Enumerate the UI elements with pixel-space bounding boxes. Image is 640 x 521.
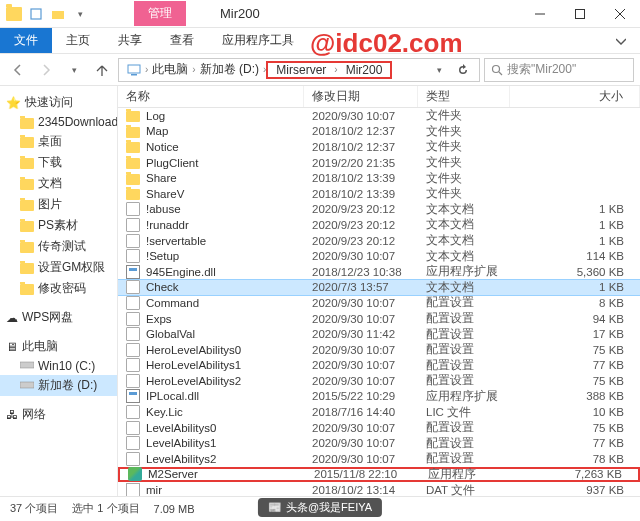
file-row[interactable]: !servertable2020/9/23 20:12文本文档1 KB [118, 233, 640, 249]
file-row[interactable]: HeroLevelAbilitys02020/9/30 10:07配置设置75 … [118, 342, 640, 358]
file-name: LevelAbilitys2 [146, 453, 216, 465]
nav-this-pc[interactable]: 🖥 此电脑 [0, 336, 117, 357]
file-size: 388 KB [510, 390, 640, 402]
nav-item-label: 文档 [38, 175, 62, 192]
file-type: 文本文档 [418, 233, 510, 248]
file-type: 配置设置 [418, 420, 510, 435]
file-type: DAT 文件 [418, 483, 510, 496]
file-row[interactable]: ShareV2018/10/2 13:39文件夹 [118, 186, 640, 202]
file-row[interactable]: IPLocal.dll2015/5/22 10:29应用程序扩展388 KB [118, 389, 640, 405]
file-type: 应用程序扩展 [418, 264, 510, 279]
refresh-icon[interactable] [451, 58, 475, 82]
file-row[interactable]: M2Server2015/11/8 22:10应用程序7,263 KB [118, 467, 640, 483]
file-size: 114 KB [510, 250, 640, 262]
file-row[interactable]: !Setup2020/9/30 10:07文本文档114 KB [118, 248, 640, 264]
file-name: Notice [146, 141, 179, 153]
chevron-right-icon[interactable]: › [334, 64, 337, 75]
crumb-drive[interactable]: 新加卷 (D:) [196, 61, 263, 78]
recent-dropdown[interactable]: ▾ [62, 58, 86, 82]
nav-network[interactable]: 🖧 网络 [0, 404, 117, 425]
nav-quick-item[interactable]: 传奇测试 [0, 236, 117, 257]
nav-quick-item[interactable]: 下载 [0, 152, 117, 173]
nav-drive-item[interactable]: 新加卷 (D:) [0, 375, 117, 396]
qat-new-folder-icon[interactable] [48, 4, 68, 24]
tab-file[interactable]: 文件 [0, 28, 52, 53]
nav-drive-item[interactable]: Win10 (C:) [0, 357, 117, 375]
qat-properties-icon[interactable] [26, 4, 46, 24]
file-row[interactable]: Command2020/9/30 10:07配置设置8 KB [118, 295, 640, 311]
search-placeholder: 搜索"Mir200" [507, 61, 576, 78]
nav-wps[interactable]: ☁ WPS网盘 [0, 307, 117, 328]
nav-quick-item[interactable]: 文档 [0, 173, 117, 194]
folder-icon [126, 142, 140, 153]
dat-icon [126, 483, 140, 496]
file-row[interactable]: HeroLevelAbilitys12020/9/30 10:07配置设置77 … [118, 358, 640, 374]
folder-icon [126, 127, 140, 138]
file-name: Check [146, 281, 179, 293]
maximize-button[interactable] [560, 0, 600, 28]
tab-app-tools[interactable]: 应用程序工具 [208, 28, 308, 53]
nav-quick-item[interactable]: 设置GM权限 [0, 257, 117, 278]
file-row[interactable]: !runaddr2020/9/23 20:12文本文档1 KB [118, 217, 640, 233]
search-input[interactable]: 搜索"Mir200" [484, 58, 634, 82]
back-button[interactable] [6, 58, 30, 82]
minimize-button[interactable] [520, 0, 560, 28]
close-button[interactable] [600, 0, 640, 28]
folder-icon [126, 174, 140, 185]
tab-manage[interactable]: 管理 [134, 1, 186, 26]
file-row[interactable]: LevelAbilitys22020/9/30 10:07配置设置78 KB [118, 451, 640, 467]
file-name: GlobalVal [146, 328, 195, 340]
file-icon [126, 312, 140, 326]
dll-icon [126, 389, 140, 403]
pc-icon: 🖥 [6, 340, 18, 354]
file-row[interactable]: Share2018/10/2 13:39文件夹 [118, 170, 640, 186]
file-size: 8 KB [510, 297, 640, 309]
crumb-pc-icon[interactable] [123, 64, 145, 76]
file-date: 2018/10/2 13:14 [304, 484, 418, 496]
file-row[interactable]: mir2018/10/2 13:14DAT 文件937 KB [118, 482, 640, 496]
file-row[interactable]: !abuse2020/9/23 20:12文本文档1 KB [118, 202, 640, 218]
nav-quick-item[interactable]: PS素材 [0, 215, 117, 236]
network-icon: 🖧 [6, 408, 18, 422]
file-name: !servertable [146, 235, 206, 247]
file-row[interactable]: HeroLevelAbilitys22020/9/30 10:07配置设置75 … [118, 373, 640, 389]
col-size[interactable]: 大小 [510, 86, 640, 107]
tab-view[interactable]: 查看 [156, 28, 208, 53]
qat-dropdown-icon[interactable]: ▾ [70, 4, 90, 24]
file-row[interactable]: 945Engine.dll2018/12/23 10:38应用程序扩展5,360… [118, 264, 640, 280]
nav-quick-item[interactable]: 桌面 [0, 131, 117, 152]
drive-icon [20, 359, 34, 373]
breadcrumb-dropdown-icon[interactable]: ▾ [427, 58, 451, 82]
tab-share[interactable]: 共享 [104, 28, 156, 53]
file-row[interactable]: Check2020/7/3 13:57文本文档1 KB [118, 280, 640, 296]
file-name: mir [146, 484, 162, 496]
crumb-mir200[interactable]: Mir200 [342, 63, 387, 77]
file-row[interactable]: LevelAbilitys12020/9/30 10:07配置设置77 KB [118, 435, 640, 451]
nav-item-label: 设置GM权限 [38, 259, 105, 276]
file-icon [126, 358, 140, 372]
file-row[interactable]: Log2020/9/30 10:07文件夹 [118, 108, 640, 124]
file-row[interactable]: PlugClient2019/2/20 21:35文件夹 [118, 155, 640, 171]
forward-button[interactable] [34, 58, 58, 82]
file-row[interactable]: Map2018/10/2 12:37文件夹 [118, 124, 640, 140]
file-row[interactable]: GlobalVal2020/9/30 11:42配置设置17 KB [118, 326, 640, 342]
col-type[interactable]: 类型 [418, 86, 510, 107]
nav-quick-item[interactable]: 修改密码 [0, 278, 117, 299]
file-row[interactable]: Notice2018/10/2 12:37文件夹 [118, 139, 640, 155]
file-name: PlugClient [146, 157, 198, 169]
crumb-mirserver[interactable]: Mirserver [272, 63, 330, 77]
breadcrumb[interactable]: › 此电脑 › 新加卷 (D:) › Mirserver › Mir200 ▾ [118, 58, 480, 82]
nav-quick-access[interactable]: ⭐ 快速访问 [0, 92, 117, 113]
file-row[interactable]: LevelAbilitys02020/9/30 10:07配置设置75 KB [118, 420, 640, 436]
tab-home[interactable]: 主页 [52, 28, 104, 53]
file-date: 2018/12/23 10:38 [304, 266, 418, 278]
col-name[interactable]: 名称 [118, 86, 304, 107]
nav-quick-item[interactable]: 2345Downloads [0, 113, 117, 131]
file-row[interactable]: Exps2020/9/30 10:07配置设置94 KB [118, 311, 640, 327]
file-row[interactable]: Key.Lic2018/7/16 14:40LIC 文件10 KB [118, 404, 640, 420]
up-button[interactable] [90, 58, 114, 82]
crumb-this-pc[interactable]: 此电脑 [148, 61, 192, 78]
nav-quick-item[interactable]: 图片 [0, 194, 117, 215]
col-date[interactable]: 修改日期 [304, 86, 418, 107]
ribbon-expand-icon[interactable] [602, 28, 640, 53]
